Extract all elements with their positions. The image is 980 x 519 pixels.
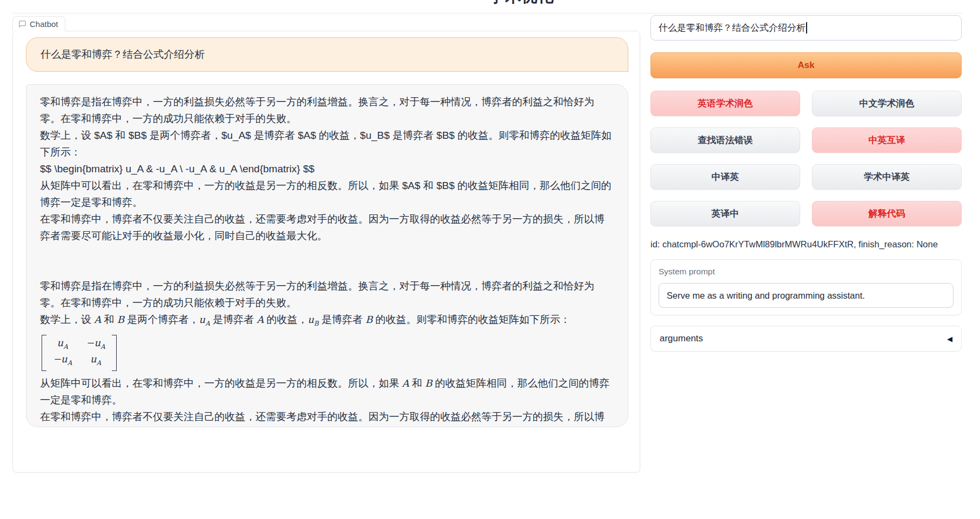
bot-paragraph: 数学上，设 $A$ 和 $B$ 是两个博弈者，$u_A$ 是博弈者 $A$ 的收…	[33, 127, 614, 160]
button-zh-to-en-translate[interactable]: 中译英	[650, 164, 800, 190]
chat-bubble-icon	[18, 20, 26, 28]
matrix-formula: uA −uA −uA uA	[42, 335, 117, 371]
button-en-to-zh-translate[interactable]: 英译中	[650, 201, 800, 226]
collapse-arrow-icon: ◀	[947, 335, 952, 343]
matrix-cell: uA	[86, 353, 105, 369]
math-var: A	[94, 314, 101, 325]
ask-button[interactable]: Ask	[650, 52, 962, 78]
button-english-academic-polish[interactable]: 英语学术润色	[650, 91, 800, 116]
bot-latex-source: $$ \begin{bmatrix} u_A & -u_A \ -u_A & u…	[33, 160, 614, 177]
matrix-cell: −uA	[53, 353, 72, 369]
math-var: B	[365, 314, 372, 325]
button-chinese-academic-polish[interactable]: 中文学术润色	[812, 91, 962, 116]
matrix-right-bracket	[112, 335, 117, 371]
math-var: B	[117, 314, 124, 325]
math-var: uB	[307, 314, 318, 325]
bot-matrix-conclusion-line: 从矩阵中可以看出，在零和博弈中，一方的收益是另一方的相反数。所以，如果 A 和 …	[33, 375, 614, 408]
math-var: B	[425, 378, 432, 389]
bot-paragraph: 零和博弈是指在博弈中，一方的利益损失必然等于另一方的利益增益。换言之，对于每一种…	[33, 93, 614, 127]
math-var: uA	[199, 314, 210, 325]
button-explain-code[interactable]: 解释代码	[812, 201, 962, 226]
user-message: 什么是零和博弈？结合公式介绍分析	[26, 37, 628, 72]
matrix-cell: −uA	[86, 336, 105, 353]
math-var: A	[402, 378, 409, 389]
chatbot-label-text: Chatbot	[30, 19, 58, 29]
matrix-left-bracket	[42, 335, 46, 371]
system-prompt-label: System prompt	[659, 267, 954, 277]
bot-paragraph: 零和博弈是指在博弈中，一方的利益损失必然等于另一方的利益增益。换言之，对于每一种…	[33, 278, 614, 311]
chatbot-panel: Chatbot 什么是零和博弈？结合公式介绍分析 零和博弈是指在博弈中，一方的利…	[12, 31, 640, 473]
bot-paragraph: 在零和博弈中，博弈者不仅要关注自己的收益，还需要考虑对手的收益。因为一方取得的收…	[33, 211, 614, 244]
system-prompt-value: Serve me as a writing and programming as…	[667, 291, 865, 301]
user-message-text: 什么是零和博弈？结合公式介绍分析	[41, 49, 205, 60]
question-input[interactable]: 什么是零和博弈？结合公式介绍分析	[650, 15, 962, 41]
button-academic-zh-to-en[interactable]: 学术中译英	[812, 164, 962, 190]
paragraph-gap	[33, 244, 614, 278]
button-find-grammar-errors[interactable]: 查找语法错误	[650, 127, 800, 153]
math-var: A	[257, 314, 264, 325]
arguments-accordion[interactable]: arguments ◀	[650, 326, 962, 352]
bot-message: 零和博弈是指在博弈中，一方的利益损失必然等于另一方的利益增益。换言之，对于每一种…	[26, 84, 628, 427]
text-cursor	[806, 22, 807, 33]
quick-action-grid: 英语学术润色 中文学术润色 查找语法错误 中英互译 中译英 学术中译英 英译中 …	[650, 91, 962, 226]
arguments-accordion-label: arguments	[660, 333, 703, 344]
system-prompt-input[interactable]: Serve me as a writing and programming as…	[659, 283, 954, 308]
control-column: 什么是零和博弈？结合公式介绍分析 Ask 英语学术润色 中文学术润色 查找语法错…	[650, 15, 962, 352]
system-prompt-panel: System prompt Serve me as a writing and …	[650, 259, 962, 315]
bot-paragraph: 从矩阵中可以看出，在零和博弈中，一方的收益是另一方的相反数。所以，如果 $A$ …	[33, 177, 614, 211]
top-divider	[12, 13, 963, 14]
matrix-cell: uA	[53, 336, 72, 353]
page-title: 学术优化	[489, 0, 554, 8]
question-input-value: 什么是零和博弈？结合公式介绍分析	[659, 22, 806, 34]
app-root: 学术优化 Chatbot 什么是零和博弈？结合公式介绍分析 零和博弈是指在博弈中…	[0, 0, 980, 519]
chatbot-label: Chatbot	[12, 16, 65, 31]
bot-paragraph: 在零和博弈中，博弈者不仅要关注自己的收益，还需要考虑对手的收益。因为一方取得的收…	[33, 408, 614, 427]
bot-math-intro-line: 数学上，设 A 和 B 是两个博弈者，uA 是博弈者 A 的收益，uB 是博弈者…	[33, 311, 614, 332]
button-zh-en-mutual-translate[interactable]: 中英互译	[812, 127, 962, 153]
completion-status: id: chatcmpl-6wOo7KrYTwMl89lbrMWRu4UkFFX…	[650, 239, 962, 250]
